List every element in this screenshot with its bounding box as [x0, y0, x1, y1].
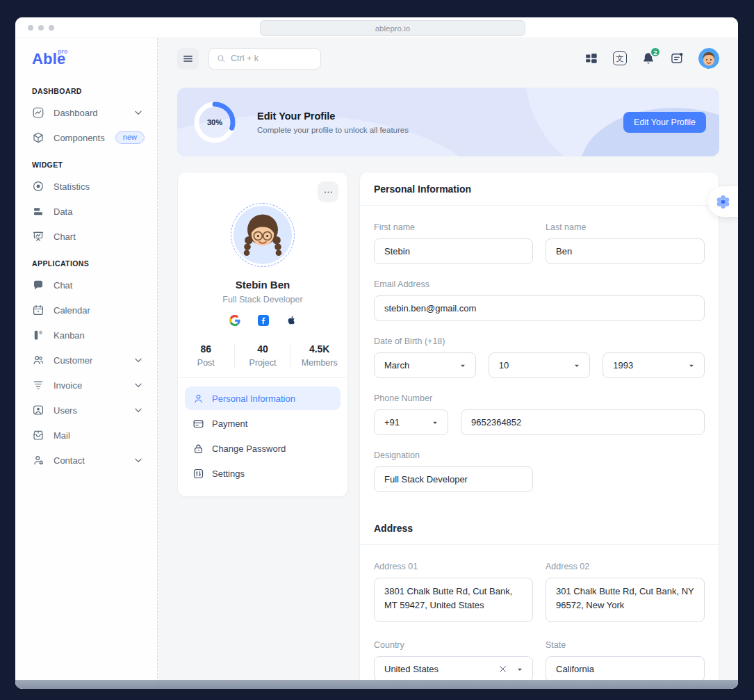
dob-year-select[interactable]: 1993 — [603, 352, 705, 378]
window-bottom-edge — [15, 680, 738, 689]
profile-avatar — [231, 203, 295, 267]
profile-name: Stebin Ben — [178, 279, 347, 291]
translate-icon: 文 — [613, 51, 627, 65]
settings-sliders-icon — [192, 468, 204, 480]
first-name-input[interactable] — [374, 238, 533, 264]
translate-button[interactable]: 文 — [613, 51, 627, 65]
sidebar-item-statistics[interactable]: Statistics — [15, 174, 157, 199]
calendar-icon — [32, 304, 44, 316]
sidebar-item-customer[interactable]: Customer — [15, 348, 157, 373]
nav-section-title: WIDGET — [15, 150, 157, 174]
sidebar-item-components[interactable]: Components new — [15, 125, 157, 150]
payment-card-icon — [192, 418, 204, 430]
chevron-down-icon — [132, 454, 145, 466]
sidebar-item-kanban[interactable]: Kanban — [15, 323, 157, 348]
address2-textarea[interactable]: 301 Chalk Butte Rd, Cut Bank, NY 96572, … — [546, 578, 705, 622]
google-icon[interactable] — [229, 315, 240, 326]
sidebar-item-data[interactable]: Data — [15, 199, 157, 224]
designation-field: Designation — [374, 450, 533, 492]
menu-personal-information[interactable]: Personal Information — [185, 386, 341, 410]
message-note-icon — [670, 51, 684, 65]
profile-card: Stebin Ben Full Stack Developer — [177, 172, 348, 497]
notifications-button[interactable]: 2 — [641, 51, 655, 65]
menu-settings[interactable]: Settings — [185, 462, 341, 485]
sidebar-item-dashboard[interactable]: Dashboard — [15, 100, 157, 125]
browser-titlebar: ablepro.io — [15, 17, 738, 38]
ellipsis-icon — [323, 187, 334, 197]
brand-logo[interactable]: Ablepro — [32, 50, 65, 68]
apps-grid-button[interactable] — [584, 51, 598, 65]
profile-stats: 86Post 40Project 4.5KMembers — [178, 338, 347, 377]
dob-field: Date of Birth (+18) March 10 — [374, 336, 705, 378]
person-icon — [192, 393, 204, 405]
sidebar-item-users[interactable]: Users — [15, 398, 157, 423]
phone-country-code-select[interactable]: +91 — [374, 409, 448, 435]
user-avatar[interactable] — [698, 48, 719, 69]
country-field: Country United States — [374, 640, 533, 682]
banner-subtitle: Complete your profile to unlock all feat… — [257, 126, 409, 134]
last-name-field: Last name — [546, 222, 705, 264]
search-icon — [216, 54, 226, 63]
address1-textarea[interactable]: 3801 Chalk Butte Rd, Cut Bank, MT 59427,… — [374, 578, 533, 622]
notification-count-badge: 2 — [650, 47, 661, 58]
new-badge: new — [115, 131, 145, 144]
menu-payment[interactable]: Payment — [185, 412, 341, 435]
caret-down-icon — [457, 360, 468, 371]
search-input[interactable] — [231, 54, 313, 63]
sidebar-item-contact[interactable]: Contact — [15, 448, 157, 473]
sidebar-item-chart[interactable]: Chart — [15, 224, 157, 249]
chevron-down-icon — [132, 354, 145, 366]
chevron-down-icon — [132, 404, 145, 416]
url-bar[interactable]: ablepro.io — [260, 20, 525, 36]
dashboard-icon — [32, 106, 44, 119]
phone-number-input[interactable] — [461, 409, 705, 435]
edit-profile-button[interactable]: Edit Your Profile — [623, 112, 706, 133]
apple-icon[interactable] — [286, 314, 297, 326]
menu-change-password[interactable]: Change Password — [185, 437, 341, 460]
clear-selection-icon[interactable] — [498, 664, 508, 674]
avatar-image — [233, 205, 293, 265]
sidebar-item-mail[interactable]: Mail — [15, 423, 157, 448]
statistics-target-icon — [32, 180, 44, 193]
chevron-down-icon — [132, 106, 145, 119]
dob-month-select[interactable]: March — [374, 352, 476, 378]
mail-inbox-icon — [32, 429, 44, 441]
messages-button[interactable] — [670, 51, 684, 65]
caret-down-icon — [429, 417, 441, 428]
chat-bubble-icon — [32, 279, 44, 291]
personal-information-card: Personal Information First name Last nam… — [359, 172, 719, 689]
country-select[interactable]: United States — [374, 656, 533, 682]
sidebar-item-calendar[interactable]: Calendar — [15, 298, 157, 323]
last-name-input[interactable] — [546, 238, 705, 264]
progress-percent-label: 30% — [193, 101, 236, 144]
contact-gear-icon — [32, 454, 44, 466]
profile-completion-banner: 30% Edit Your Profile Complete your prof… — [177, 88, 719, 156]
card-options-button[interactable] — [318, 181, 338, 202]
designation-input[interactable] — [374, 466, 533, 492]
data-bars-icon — [32, 205, 44, 218]
email-input[interactable] — [374, 295, 705, 321]
nav-section-title: DASHBOARD — [15, 76, 157, 100]
facebook-icon[interactable] — [258, 315, 269, 326]
menu-toggle-button[interactable] — [177, 48, 199, 70]
state-input[interactable] — [546, 656, 705, 682]
customer-users-icon — [32, 354, 44, 366]
address1-field: Address 01 3801 Chalk Butte Rd, Cut Bank… — [374, 562, 533, 625]
nav-section-title: APPLICATIONS — [15, 249, 157, 272]
traffic-light-dots — [28, 25, 54, 31]
sidebar: Ablepro DASHBOARD Dashboard Components n… — [15, 38, 158, 689]
theme-settings-button[interactable] — [708, 186, 738, 217]
caret-down-icon — [686, 360, 697, 371]
section-title-personal-information: Personal Information — [360, 172, 719, 206]
invoice-icon — [32, 379, 44, 391]
users-card-icon — [32, 404, 44, 416]
settings-flower-icon — [715, 194, 731, 210]
topbar: 文 2 — [158, 38, 738, 72]
caret-down-icon — [514, 664, 525, 675]
dob-day-select[interactable]: 10 — [489, 352, 591, 378]
sidebar-item-invoice[interactable]: Invoice — [15, 373, 157, 398]
search-box[interactable] — [208, 48, 321, 70]
sidebar-item-chat[interactable]: Chat — [15, 272, 157, 298]
email-field: Email Address — [374, 279, 705, 321]
browser-window: ablepro.io Ablepro DASHBOARD Dashboard C… — [15, 17, 738, 689]
